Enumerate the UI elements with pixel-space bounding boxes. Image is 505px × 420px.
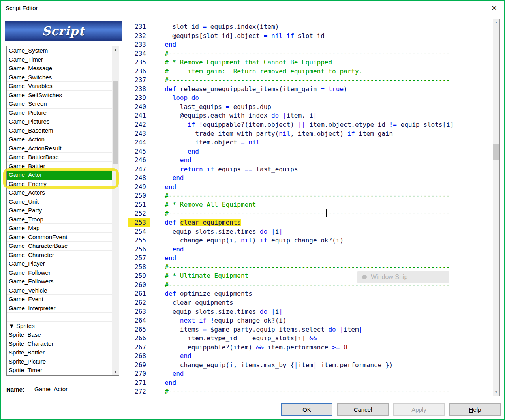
line-number: 268 (128, 352, 150, 361)
script-list-item-game-interpreter[interactable]: Game_Interpreter (7, 304, 112, 313)
ok-button[interactable]: OK (281, 403, 332, 416)
script-list-item-game-followers[interactable]: Game_Followers (7, 277, 112, 286)
script-list-item-sprite-picture[interactable]: Sprite_Picture (7, 357, 112, 366)
script-list-item-game-map[interactable]: Game_Map (7, 224, 112, 233)
code-line: def clear_equipments (157, 218, 493, 227)
code-line: end (157, 379, 493, 388)
line-number: 237 (128, 76, 150, 85)
sidebar-header-label: Script (42, 24, 84, 38)
script-list-item-game-baseitem[interactable]: Game_BaseItem (7, 126, 112, 135)
script-list-item-game-character[interactable]: Game_Character (7, 251, 112, 260)
script-list: Game_SystemGame_TimerGame_MessageGame_Sw… (7, 46, 112, 375)
scroll-down-icon[interactable]: ▼ (112, 369, 119, 375)
line-number: 250 (128, 191, 150, 201)
script-list-item-sprite-base[interactable]: Sprite_Base (7, 330, 112, 339)
script-list-item-game-vehicle[interactable]: Game_Vehicle (7, 286, 112, 295)
code-lines[interactable]: slot_id = equips.index(item) @equips[slo… (150, 19, 493, 396)
list-scrollbar[interactable]: ▲ ▼ (112, 46, 119, 375)
script-list-item-game-actionresult[interactable]: Game_ActionResult (7, 144, 112, 153)
script-list-item-sprites[interactable]: ▼ Sprites (7, 322, 112, 331)
apply-button[interactable]: Apply (393, 403, 445, 416)
line-number: 235 (128, 58, 150, 67)
snip-icon (362, 275, 367, 279)
script-list-item-game-switches[interactable]: Game_Switches (7, 73, 112, 82)
cancel-button[interactable]: Cancel (337, 403, 389, 416)
script-list-item-game-timer[interactable]: Game_Timer (7, 55, 112, 64)
code-line: #---------------------------------------… (157, 49, 493, 58)
script-list-item-game-pictures[interactable]: Game_Pictures (7, 117, 112, 126)
line-number: 244 (128, 138, 150, 147)
script-list-item-game-party[interactable]: Game_Party (7, 206, 112, 215)
code-line: def release_unequippable_items(item_gain… (157, 85, 493, 94)
script-list-item-game-system[interactable]: Game_System (7, 46, 112, 55)
code-line: #---------------------------------------… (157, 209, 493, 218)
line-number: 270 (128, 369, 150, 379)
code-line: change_equip(i, items.max_by {|item| ite… (157, 361, 493, 370)
code-line: @equips.each_with_index do |item, i| (157, 111, 493, 120)
line-number: 257 (128, 254, 150, 263)
script-list-item-game-player[interactable]: Game_Player (7, 259, 112, 268)
line-number: 271 (128, 379, 150, 388)
name-input[interactable] (31, 383, 121, 395)
code-line: def optimize_equipments (157, 289, 493, 298)
script-list-item-game-variables[interactable]: Game_Variables (7, 82, 112, 91)
script-list-item-game-actor[interactable]: Game_Actor (7, 171, 112, 180)
script-list-item-game-actors[interactable]: Game_Actors (7, 188, 112, 197)
line-number: 240 (128, 103, 150, 112)
line-number-gutter: 2312322332342352362372382392402412422432… (128, 19, 150, 396)
line-number: 231 (128, 22, 150, 32)
script-list-item-game-unit[interactable]: Game_Unit (7, 197, 112, 206)
code-line: end (157, 40, 493, 49)
code-line: end (157, 369, 493, 379)
script-list-item-sprite-timer[interactable]: Sprite_Timer (7, 366, 112, 375)
line-number: 233 (128, 40, 150, 49)
script-list-item-game-action[interactable]: Game_Action (7, 135, 112, 144)
code-line: equip_slots.size.times do |i| (157, 308, 493, 317)
script-list-item-game-event[interactable]: Game_Event (7, 295, 112, 304)
line-number: 234 (128, 49, 150, 58)
line-number: 263 (128, 308, 150, 317)
code-line: end (157, 254, 493, 263)
line-number: 256 (128, 245, 150, 254)
line-number: 266 (128, 334, 150, 343)
line-number: 260 (128, 281, 150, 290)
script-list-item-game-battler[interactable]: Game_Battler (7, 162, 112, 171)
text-caret (326, 209, 327, 217)
line-number: 259 (128, 272, 150, 281)
script-list-item-blank[interactable] (7, 313, 112, 322)
list-scrollbar-thumb[interactable] (113, 81, 118, 164)
script-list-item-game-selfswitches[interactable]: Game_SelfSwitches (7, 91, 112, 100)
script-list-item-game-follower[interactable]: Game_Follower (7, 268, 112, 278)
editor-scrollbar-thumb[interactable] (493, 144, 499, 160)
code-line: end (157, 174, 493, 183)
code-line: #---------------------------------------… (157, 76, 493, 85)
code-line: # * Remove All Equipment (157, 201, 493, 210)
line-number: 255 (128, 236, 150, 245)
scroll-down-icon[interactable]: ▼ (493, 389, 499, 396)
code-line: trade_item_with_party(nil, item.object) … (157, 129, 493, 139)
scroll-up-icon[interactable]: ▲ (493, 19, 499, 26)
script-list-item-sprite-character[interactable]: Sprite_Character (7, 339, 112, 349)
code-line: #---------------------------------------… (157, 387, 493, 396)
script-list-item-game-screen[interactable]: Game_Screen (7, 99, 112, 109)
line-number: 232 (128, 32, 150, 41)
line-number: 247 (128, 165, 150, 174)
script-list-item-sprite-battler[interactable]: Sprite_Battler (7, 348, 112, 357)
script-list-item-game-characterbase[interactable]: Game_CharacterBase (7, 242, 112, 251)
editor-scrollbar[interactable]: ▲ ▼ (493, 19, 499, 396)
code-editor[interactable]: 2312322332342352362372382392402412422432… (128, 19, 500, 396)
script-listbox: Game_SystemGame_TimerGame_MessageGame_Sw… (6, 46, 119, 376)
help-button[interactable]: Help (449, 403, 501, 416)
code-line: loop do (157, 94, 493, 103)
snip-label: Window Snip (371, 274, 407, 281)
script-list-item-game-picture[interactable]: Game_Picture (7, 109, 112, 118)
script-list-item-game-troop[interactable]: Game_Troop (7, 215, 112, 224)
scroll-up-icon[interactable]: ▲ (112, 46, 119, 53)
script-list-item-game-message[interactable]: Game_Message (7, 64, 112, 73)
line-number: 264 (128, 316, 150, 325)
script-list-item-game-battlerbase[interactable]: Game_BattlerBase (7, 153, 112, 162)
script-list-item-game-enemy[interactable]: Game_Enemy (7, 180, 112, 189)
close-icon[interactable]: ✕ (491, 4, 497, 13)
name-label: Name: (6, 386, 24, 393)
script-list-item-game-commonevent[interactable]: Game_CommonEvent (7, 233, 112, 242)
